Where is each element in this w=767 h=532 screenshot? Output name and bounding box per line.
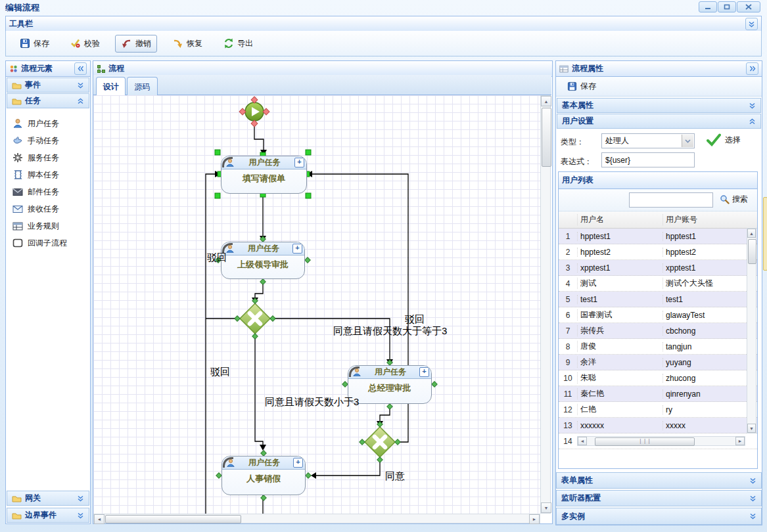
- palette-item-script-task[interactable]: 脚本任务: [6, 166, 90, 183]
- tab-source[interactable]: 源码: [127, 77, 158, 96]
- chevron-up-icon: [749, 118, 756, 125]
- user-name-cell: test1: [577, 295, 662, 304]
- section-basic-properties[interactable]: 基本属性: [557, 98, 761, 113]
- scroll-down-button[interactable]: ▼: [541, 502, 551, 513]
- save-button[interactable]: 保存: [14, 35, 55, 53]
- palette-item-receive-task[interactable]: 接收任务: [6, 200, 90, 217]
- task-node-hr-cancel-leave[interactable]: 用户任务 + 人事销假: [221, 456, 306, 495]
- properties-collapse-button[interactable]: [746, 62, 758, 75]
- palette-collapse-button[interactable]: [74, 62, 87, 75]
- scroll-left-button[interactable]: ◄: [578, 437, 587, 445]
- add-boundary-button[interactable]: +: [294, 158, 304, 167]
- palette-item-manual-task[interactable]: 手动任务: [6, 132, 90, 149]
- scroll-down-button[interactable]: ▼: [747, 424, 756, 433]
- table-row[interactable]: 7 崇传兵 cbchong: [559, 323, 757, 339]
- user-list-panel: 用户列表 搜索 用户名 用户账号 1 hpptest1 hpptest1 2 h…: [558, 171, 758, 469]
- user-account-cell: yuyang: [662, 358, 746, 367]
- palette-item-call-subprocess[interactable]: 回调子流程: [6, 234, 90, 252]
- minimize-button[interactable]: [699, 1, 717, 12]
- user-account-cell: cbchong: [662, 326, 746, 336]
- table-row[interactable]: 12 仁艳 ry: [559, 402, 757, 418]
- restore-button[interactable]: [718, 1, 736, 12]
- scroll-right-button[interactable]: ►: [529, 514, 540, 524]
- table-row[interactable]: 10 朱聪 zhucong: [559, 370, 757, 386]
- flow-canvas[interactable]: 用户任务 + 填写请假单 用户任务 + 上级领导审批 用户任务 + 总经理审批 …: [93, 95, 540, 514]
- table-row[interactable]: 1 hpptest1 hpptest1: [559, 229, 757, 244]
- table-row[interactable]: 11 秦仁艳 qinrenyan: [559, 386, 757, 402]
- vscroll-thumb[interactable]: [542, 108, 551, 167]
- table-row[interactable]: 6 国睿测试 glawayTest: [559, 307, 757, 323]
- task-node-fill-leave-form[interactable]: 用户任务 + 填写请假单: [221, 156, 307, 194]
- gateway-node-1[interactable]: [240, 303, 270, 334]
- scroll-left-button[interactable]: ◄: [94, 514, 105, 524]
- scroll-up-button[interactable]: ▲: [541, 96, 551, 106]
- search-button[interactable]: 搜索: [720, 194, 748, 205]
- hscroll-thumb[interactable]: [105, 515, 241, 523]
- palette-panel: 流程元素 事件 任务 用户任务 手动任务: [5, 60, 91, 524]
- table-row[interactable]: 9 余洋 yuyang: [559, 355, 757, 370]
- folder-icon: [12, 512, 22, 520]
- chevron-left-icon: [78, 65, 84, 72]
- window-title: 编辑流程: [5, 2, 39, 14]
- user-account-cell: tangjun: [662, 342, 746, 351]
- expression-input[interactable]: [601, 152, 695, 167]
- table-vscroll-thumb[interactable]: [748, 239, 756, 264]
- col-account[interactable]: 用户账号: [662, 214, 746, 225]
- col-username[interactable]: 用户名: [577, 214, 662, 225]
- palette-item-business-rule[interactable]: 业务规则: [6, 217, 90, 234]
- table-row[interactable]: 2 hpptest2 hpptest2: [559, 244, 757, 260]
- edge-label-agree: 同意: [385, 470, 405, 483]
- edge-collapse-tab[interactable]: [763, 197, 767, 271]
- add-boundary-button[interactable]: +: [293, 458, 303, 468]
- section-form-properties[interactable]: 表单属性: [556, 472, 762, 489]
- section-listener-config[interactable]: 监听器配置: [556, 490, 762, 506]
- section-boundary-events[interactable]: 边界事件: [7, 508, 89, 523]
- chevron-down-icon: [77, 512, 84, 519]
- properties-save-button[interactable]: 保存: [561, 78, 602, 95]
- table-hscrollbar[interactable]: ◄ ❘❘❘ ►: [577, 436, 745, 446]
- toolbar: 保存 校验 撤销 恢复 导出: [5, 31, 762, 56]
- scroll-right-button[interactable]: ►: [735, 437, 745, 445]
- redo-icon: [172, 38, 183, 49]
- task-node-gm-approve[interactable]: 用户任务 + 总经理审批: [348, 365, 432, 404]
- row-index: 10: [559, 374, 577, 383]
- toolbar-collapse-button[interactable]: [745, 18, 758, 30]
- expression-label: 表达式：: [561, 156, 592, 167]
- table-row[interactable]: 5 test1 test1: [559, 292, 757, 307]
- close-button[interactable]: [737, 1, 760, 12]
- table-hscroll-thumb[interactable]: ❘❘❘: [595, 437, 695, 446]
- undo-button[interactable]: 撤销: [115, 35, 157, 53]
- user-search-input[interactable]: [629, 192, 713, 208]
- palette-item-service-task[interactable]: 服务任务: [6, 149, 90, 166]
- table-vscrollbar[interactable]: ▲ ▼: [747, 228, 756, 433]
- chevron-up-icon: [77, 98, 84, 104]
- chevron-down-icon: [749, 495, 756, 502]
- add-boundary-button[interactable]: +: [292, 244, 302, 254]
- palette-item-user-task[interactable]: 用户任务: [6, 115, 90, 132]
- section-user-settings[interactable]: 用户设置: [557, 114, 761, 129]
- canvas-vscrollbar[interactable]: ▲ ▼: [540, 95, 551, 514]
- table-row[interactable]: 13 xxxxxx xxxxx: [559, 418, 757, 433]
- section-gateway[interactable]: 网关: [7, 491, 89, 506]
- palette-item-mail-task[interactable]: 邮件任务: [6, 183, 90, 200]
- section-tasks[interactable]: 任务: [7, 93, 89, 108]
- start-event-node[interactable]: [245, 102, 264, 121]
- type-select[interactable]: 处理人: [601, 133, 695, 148]
- select-user-button[interactable]: 选择: [707, 133, 741, 146]
- table-row[interactable]: 4 测试 测试个大头怪: [559, 276, 757, 292]
- table-row-partial[interactable]: 14 ◄ ❘❘❘ ►: [559, 433, 757, 449]
- task-node-supervisor-approve[interactable]: 用户任务 + 上级领导审批: [221, 242, 305, 279]
- table-row[interactable]: 8 唐俊 tangjun: [559, 339, 757, 355]
- add-boundary-button[interactable]: +: [419, 367, 429, 377]
- canvas-hscrollbar[interactable]: ◄ ►: [93, 514, 540, 523]
- tab-design[interactable]: 设计: [96, 77, 126, 97]
- section-multi-instance[interactable]: 多实例: [556, 508, 762, 525]
- export-button[interactable]: 导出: [218, 35, 259, 53]
- gateway-node-2[interactable]: [365, 427, 395, 457]
- section-events[interactable]: 事件: [7, 78, 89, 93]
- validate-button[interactable]: 校验: [64, 35, 106, 53]
- scroll-up-button[interactable]: ▲: [747, 229, 756, 238]
- redo-button[interactable]: 恢复: [166, 35, 208, 53]
- process-tree-icon: [97, 64, 105, 73]
- table-row[interactable]: 3 xpptest1 xpptest1: [559, 260, 757, 276]
